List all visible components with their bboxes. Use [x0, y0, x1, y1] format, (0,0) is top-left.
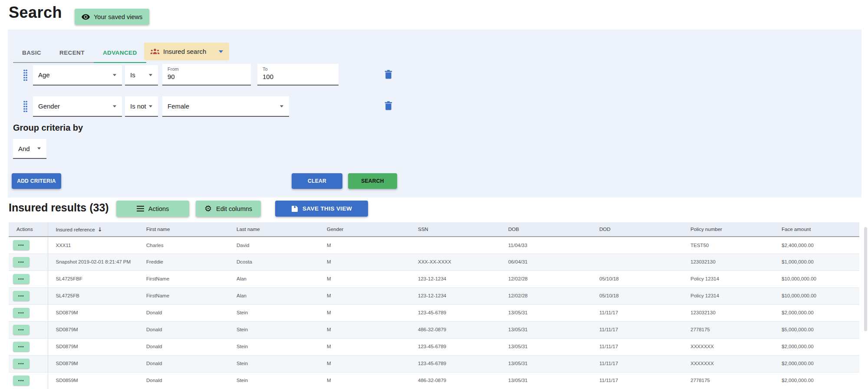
- cell-dod: [592, 254, 683, 270]
- cell-ssn: 486-32-0879: [410, 372, 500, 389]
- row-more-options-button[interactable]: •••: [13, 257, 30, 267]
- cell-insured-reference: XXX11: [48, 237, 138, 254]
- cell-policy-number: Policy 12314: [683, 270, 774, 287]
- row-more-options-button[interactable]: •••: [13, 342, 30, 352]
- cell-gender: M: [319, 270, 410, 287]
- cell-first-name: FirstName: [138, 270, 229, 287]
- criteria-to-field: To: [257, 64, 339, 86]
- save-this-view-button[interactable]: SAVE THIS VIEW: [275, 201, 368, 217]
- row-more-options-button[interactable]: •••: [13, 359, 30, 369]
- delete-criteria-button[interactable]: [385, 69, 395, 80]
- column-header-actions: Actions: [9, 222, 48, 237]
- advanced-search-panel: BASIC RECENT ADVANCED Insured search: [8, 30, 861, 198]
- cell-actions: •••: [9, 237, 48, 254]
- criteria-row-drag-handle[interactable]: [23, 101, 28, 112]
- trash-icon: [385, 70, 395, 79]
- vertical-scrollbar[interactable]: [864, 227, 867, 331]
- column-header-dob[interactable]: DOB: [500, 222, 592, 237]
- tab-basic[interactable]: BASIC: [13, 43, 50, 63]
- cell-dod: 11/11/17: [592, 338, 683, 355]
- save-this-view-label: SAVE THIS VIEW: [302, 205, 352, 212]
- cell-dod: 11/11/17: [592, 355, 683, 372]
- results-table-body: •••XXX11CharlesDavidM11/04/33TEST50$2,40…: [9, 237, 859, 389]
- cell-policy-number: 2778175: [683, 321, 774, 338]
- column-header-insured-reference[interactable]: Insured reference↓: [48, 222, 138, 237]
- criteria-row-drag-handle[interactable]: [23, 69, 28, 81]
- results-table: ActionsInsured reference↓First nameLast …: [9, 222, 859, 389]
- tab-advanced[interactable]: ADVANCED: [94, 43, 146, 63]
- group-operator-select[interactable]: And: [13, 139, 46, 159]
- criteria-operator-select[interactable]: Is: [125, 65, 158, 86]
- results-table-head-row: ActionsInsured reference↓First nameLast …: [9, 222, 859, 237]
- column-header-label: Actions: [16, 227, 33, 232]
- cell-insured-reference: SD0879M: [48, 355, 138, 372]
- search-tabs: BASIC RECENT ADVANCED: [13, 43, 146, 63]
- search-button[interactable]: SEARCH: [348, 173, 397, 189]
- edit-columns-button[interactable]: ⚙ Edit columns: [196, 201, 261, 217]
- cell-dob: 11/04/33: [500, 237, 592, 254]
- sort-descending-icon[interactable]: ↓: [98, 226, 102, 233]
- cell-gender: M: [319, 338, 410, 355]
- cell-last-name: Stein: [229, 321, 319, 338]
- table-row: •••SL4725FBFFirstNameAlanM123-12-123412/…: [9, 270, 859, 287]
- tab-recent[interactable]: RECENT: [50, 43, 94, 63]
- cell-face-amount: $5,000,000.00: [774, 321, 859, 338]
- criteria-operator-select[interactable]: Is not: [125, 96, 158, 117]
- row-more-options-button[interactable]: •••: [13, 325, 30, 335]
- cell-gender: M: [319, 355, 410, 372]
- criteria-field-value: Gender: [38, 102, 112, 110]
- column-header-gender[interactable]: Gender: [319, 222, 410, 237]
- row-more-options-button[interactable]: •••: [13, 308, 30, 318]
- table-row: •••Snapshot 2019-02-01 8:21:47 PMFreddie…: [9, 254, 859, 270]
- criteria-field-select[interactable]: Age: [33, 65, 122, 86]
- cell-last-name: Dcosta: [229, 254, 319, 270]
- row-more-options-button[interactable]: •••: [13, 291, 30, 301]
- cell-first-name: Donald: [138, 338, 229, 355]
- table-row: •••SD0859MDonaldSteinM486-32-087913/05/3…: [9, 372, 859, 389]
- cell-first-name: Donald: [138, 355, 229, 372]
- cell-actions: •••: [9, 372, 48, 389]
- cell-last-name: Stein: [229, 338, 319, 355]
- cell-insured-reference: Snapshot 2019-02-01 8:21:47 PM: [48, 254, 138, 270]
- row-more-options-button[interactable]: •••: [13, 274, 30, 284]
- group-operator-value: And: [18, 145, 37, 152]
- to-label: To: [263, 66, 333, 72]
- column-header-last-name[interactable]: Last name: [229, 222, 319, 237]
- criteria-operator-value: Is: [130, 71, 148, 79]
- cell-actions: •••: [9, 355, 48, 372]
- delete-criteria-button[interactable]: [385, 100, 395, 111]
- cell-last-name: Alan: [229, 270, 319, 287]
- column-header-label: Last name: [237, 227, 260, 232]
- column-header-face-amount[interactable]: Face amount: [774, 222, 859, 237]
- cell-dod: 11/11/17: [592, 372, 683, 389]
- cell-dod: 11/11/17: [592, 321, 683, 338]
- page-title: Search: [9, 3, 62, 22]
- cell-dod: 05/10/18: [592, 287, 683, 304]
- cell-face-amount: $10,000,000.00: [774, 287, 859, 304]
- chevron-down-icon: [149, 74, 152, 76]
- from-input[interactable]: [168, 73, 246, 80]
- criteria-field-select[interactable]: Gender: [33, 96, 122, 117]
- saved-views-button[interactable]: Your saved views: [75, 9, 149, 25]
- row-more-options-button[interactable]: •••: [13, 240, 30, 250]
- criteria-value: Female: [168, 102, 279, 110]
- add-criteria-button[interactable]: ADD CRITERIA: [12, 173, 61, 189]
- column-header-ssn[interactable]: SSN: [410, 222, 500, 237]
- chevron-down-icon: [37, 148, 41, 150]
- cell-gender: M: [319, 237, 410, 254]
- cell-dob: 13/05/31: [500, 321, 592, 338]
- search-type-label: Insured search: [163, 48, 215, 55]
- column-header-dod[interactable]: DOD: [592, 222, 683, 237]
- cell-first-name: Freddie: [138, 254, 229, 270]
- criteria-value-select[interactable]: Female: [162, 96, 289, 117]
- table-row: •••SL4725FBFirstNameAlanM123-12-123412/0…: [9, 287, 859, 304]
- column-header-policy-number[interactable]: Policy number: [683, 222, 774, 237]
- criteria-field-value: Age: [38, 71, 112, 79]
- cell-face-amount: $2,000,000.00: [774, 338, 859, 355]
- column-header-first-name[interactable]: First name: [138, 222, 229, 237]
- row-more-options-button[interactable]: •••: [13, 376, 30, 386]
- search-type-dropdown[interactable]: Insured search: [144, 43, 229, 60]
- to-input[interactable]: [263, 73, 333, 80]
- clear-button[interactable]: CLEAR: [292, 173, 342, 189]
- actions-button[interactable]: Actions: [116, 201, 189, 217]
